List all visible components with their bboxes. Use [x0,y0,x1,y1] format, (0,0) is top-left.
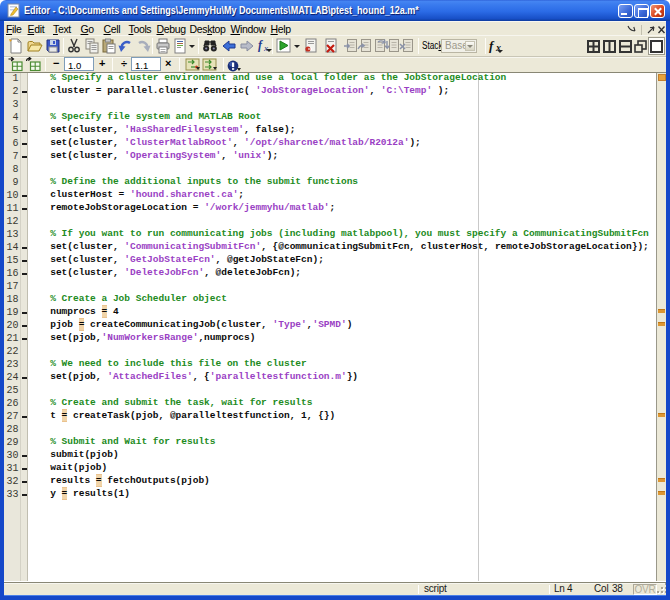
svg-text:f: f [258,38,263,52]
svg-text:f: f [489,38,495,53]
